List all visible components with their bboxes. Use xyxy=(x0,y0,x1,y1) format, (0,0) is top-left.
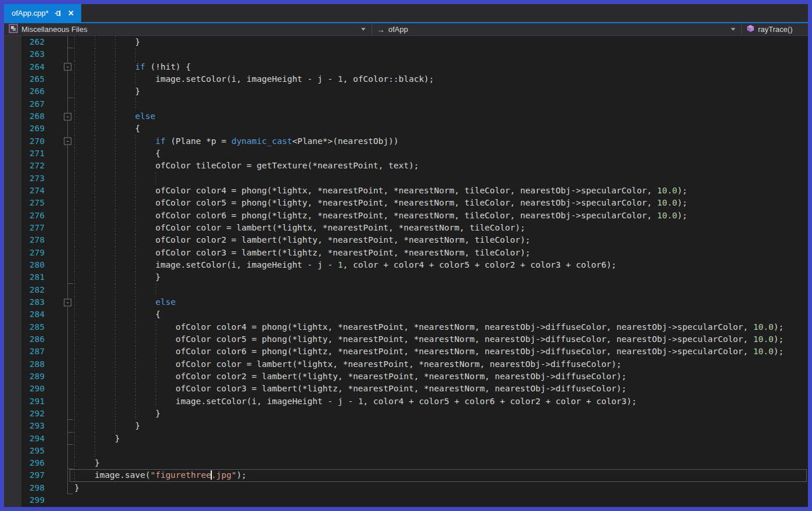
code-text[interactable]: if (Plane *p = dynamic_cast<Plane*>(near… xyxy=(74,135,808,147)
indent-guide xyxy=(156,383,156,395)
code-line: 280 image.setColor(i, imageHeight - j - … xyxy=(4,259,808,271)
code-text[interactable]: ofColor color5 = phong(*lighty, *nearest… xyxy=(74,333,808,346)
tab-ofapp-cpp[interactable]: ofApp.cpp* × xyxy=(4,4,81,22)
code-text[interactable]: { xyxy=(74,123,808,135)
indent-guide xyxy=(135,333,136,346)
fold-toggle-icon[interactable]: - xyxy=(64,138,71,145)
code-text[interactable]: } xyxy=(74,85,808,98)
indent-guide xyxy=(135,135,136,147)
indent-guide xyxy=(115,234,116,246)
code-text[interactable]: image.setColor(i, imageHeight - j - 1, c… xyxy=(74,259,808,271)
fold-margin xyxy=(49,197,74,209)
code-line: 268- else xyxy=(4,110,808,123)
code-text[interactable]: } xyxy=(74,457,808,469)
line-number: 291 xyxy=(4,395,49,408)
indent-guide xyxy=(95,445,95,457)
fold-toggle-icon[interactable]: - xyxy=(64,298,71,306)
code-text[interactable] xyxy=(74,445,808,457)
code-text[interactable]: if (!hit) { xyxy=(74,61,808,73)
code-text[interactable]: ofColor color = lambert(*lightx, *neares… xyxy=(74,222,808,234)
code-text[interactable]: ofColor color6 = phong(*lightz, *nearest… xyxy=(74,210,808,222)
pin-icon[interactable] xyxy=(54,9,62,17)
code-text[interactable] xyxy=(74,98,808,110)
code-text[interactable]: ofColor color4 = phong(*lightx, *nearest… xyxy=(74,185,808,197)
indent-guide xyxy=(74,247,75,259)
code-text[interactable]: else xyxy=(74,110,808,123)
code-text[interactable]: ofColor color2 = lambert(*lighty, *neare… xyxy=(74,234,808,246)
code-text[interactable]: ofColor color2 = lambert(*lighty, *neare… xyxy=(74,370,808,383)
fold-toggle-icon[interactable]: - xyxy=(64,63,71,71)
indent-guide xyxy=(135,210,136,222)
indent-guide xyxy=(135,172,136,185)
indent-guide xyxy=(115,85,116,98)
indent-guide xyxy=(95,73,95,85)
code-text[interactable] xyxy=(74,48,808,60)
fold-margin xyxy=(49,482,74,494)
line-number: 290 xyxy=(4,383,49,395)
indent-guide xyxy=(115,420,116,432)
fold-margin xyxy=(49,123,74,135)
type-dropdown[interactable]: → ofApp xyxy=(372,23,742,35)
fold-margin xyxy=(49,185,74,197)
code-editor[interactable]: 262 }263264- if (!hit) {265 image.setCol… xyxy=(4,36,808,507)
code-text[interactable]: ofColor color4 = phong(*lightx, *nearest… xyxy=(74,321,808,333)
indent-guide xyxy=(156,358,156,370)
indent-guide xyxy=(74,346,75,358)
line-number: 265 xyxy=(4,73,49,85)
line-number: 294 xyxy=(4,433,49,445)
indent-guide xyxy=(135,247,136,259)
indent-guide xyxy=(74,321,75,333)
code-text[interactable]: ofColor color6 = phong(*lightz, *nearest… xyxy=(74,346,808,358)
close-icon[interactable]: × xyxy=(67,9,75,18)
code-text[interactable]: else xyxy=(74,296,808,308)
fold-margin xyxy=(49,160,74,172)
code-text[interactable]: { xyxy=(74,308,808,321)
indent-guide xyxy=(95,271,95,283)
indent-guide xyxy=(115,358,116,370)
indent-guide xyxy=(135,48,136,60)
indent-guide xyxy=(115,333,116,346)
fold-margin xyxy=(49,346,74,358)
indent-guide xyxy=(115,247,116,259)
code-text[interactable]: ofColor color3 = lambert(*lightz, *neare… xyxy=(74,383,808,395)
code-text[interactable]: ofColor tileColor = getTexture(*nearestP… xyxy=(74,160,808,172)
code-text[interactable] xyxy=(74,284,808,296)
project-dropdown[interactable]: Miscellaneous Files xyxy=(4,23,372,35)
indent-guide xyxy=(135,346,136,358)
code-text[interactable]: } xyxy=(74,271,808,283)
code-text[interactable]: } xyxy=(74,482,808,494)
code-text[interactable]: image.save("figurethree.jpg"); xyxy=(74,469,808,481)
code-text[interactable] xyxy=(74,494,808,506)
indent-guide xyxy=(95,185,95,197)
code-text[interactable]: } xyxy=(74,408,808,420)
indent-guide xyxy=(74,222,75,234)
member-dropdown[interactable]: rayTrace() xyxy=(742,23,808,35)
code-text[interactable]: ofColor color = lambert(*lightx, *neares… xyxy=(74,358,808,370)
code-line: 262 } xyxy=(4,36,808,48)
line-number: 284 xyxy=(4,308,49,321)
fold-toggle-icon[interactable]: - xyxy=(64,113,71,120)
code-text[interactable]: { xyxy=(74,147,808,160)
code-text[interactable]: } xyxy=(74,420,808,432)
indent-guide xyxy=(135,197,136,209)
indent-guide xyxy=(115,98,116,110)
indent-guide xyxy=(135,395,136,408)
indent-guide xyxy=(74,172,75,185)
code-text[interactable]: image.setColor(i, imageHeight - j - 1, o… xyxy=(74,73,808,85)
code-text[interactable] xyxy=(74,172,808,185)
code-text[interactable]: ofColor color5 = phong(*lighty, *nearest… xyxy=(74,197,808,209)
code-text[interactable]: } xyxy=(74,36,808,48)
code-text[interactable]: } xyxy=(74,433,808,445)
vs-window: ofApp.cpp* × xyxy=(0,0,812,511)
fold-margin xyxy=(49,147,74,160)
indent-guide xyxy=(115,222,116,234)
misc-files-icon xyxy=(9,24,18,35)
code-line: 264- if (!hit) { xyxy=(4,61,808,73)
code-text[interactable]: ofColor color3 = lambert(*lightz, *neare… xyxy=(74,247,808,259)
fold-margin xyxy=(49,457,74,469)
code-lines: 262 }263264- if (!hit) {265 image.setCol… xyxy=(4,36,808,506)
code-line: 273 xyxy=(4,172,808,185)
code-line: 267 xyxy=(4,98,808,110)
indent-guide xyxy=(156,284,156,296)
code-text[interactable]: image.setColor(i, imageHeight - j - 1, c… xyxy=(74,395,808,408)
